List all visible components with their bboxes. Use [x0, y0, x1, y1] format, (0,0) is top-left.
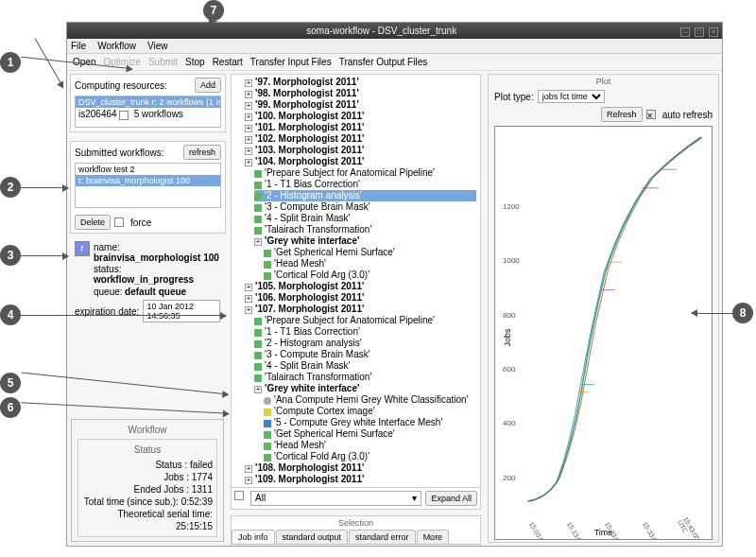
resource-checkbox[interactable]: [119, 111, 129, 120]
tab-more[interactable]: More: [417, 530, 450, 544]
tool-transfer-input[interactable]: Transfer Input Files: [250, 56, 332, 68]
tree-node[interactable]: '2 - Histogram analysis': [254, 190, 476, 201]
tree-node[interactable]: '2 - Histogram analysis': [254, 338, 476, 349]
menu-workflow[interactable]: Workflow: [97, 39, 136, 53]
tree-node[interactable]: +'100. Morphologist 2011': [245, 111, 476, 122]
plot-header: Plot: [489, 75, 718, 88]
tree-node[interactable]: 'Head Mesh': [264, 258, 476, 270]
annotation-5: 5: [0, 373, 21, 393]
tree-node[interactable]: +'Grey white interface': [254, 235, 476, 247]
toolbar: Open Optimize Submit Stop Restart Transf…: [67, 54, 722, 71]
status-val: failed: [190, 460, 213, 470]
tool-transfer-output[interactable]: Transfer Output Files: [339, 56, 428, 68]
tab-job-info[interactable]: Job info: [232, 530, 275, 544]
titlebar: soma-workflow - DSV_cluster_trunk – □ ×: [67, 23, 722, 39]
tree-node[interactable]: 'Ana Compute Hemi Grey White Classificat…: [264, 394, 476, 406]
plot-ylabel: Jobs: [503, 328, 512, 346]
expand-all-button[interactable]: Expand All: [425, 491, 477, 506]
total-time-val: 0:52:39: [181, 496, 213, 507]
tree-node[interactable]: +'98. Morphologist 2011': [245, 88, 476, 99]
tree-node[interactable]: 'Cortical Fold Arg (3.0)': [264, 451, 476, 462]
ended-jobs-val: 1311: [192, 484, 213, 495]
window-title: soma-workflow - DSV_cluster_trunk: [84, 26, 679, 36]
annotation-1: 1: [0, 52, 21, 73]
tree-node[interactable]: +'Grey white interface': [254, 383, 476, 394]
tree-node[interactable]: 'Cortical Fold Arg (3.0)': [264, 270, 476, 281]
tree-node[interactable]: 'Prepare Subject for Anatomical Pipeline…: [254, 315, 476, 326]
menu-file[interactable]: File: [71, 39, 86, 53]
refresh-workflows-button[interactable]: refresh: [183, 145, 221, 160]
selection-header: Selection: [232, 516, 480, 530]
annotation-7: 7: [203, 0, 224, 21]
force-checkbox[interactable]: [114, 218, 124, 227]
resource-selected[interactable]: DSV_cluster_trunk r: 2 workflows (1 is r…: [76, 96, 220, 108]
workflow-row[interactable]: workflow test 2: [76, 164, 220, 175]
minimize-icon[interactable]: –: [680, 27, 690, 37]
filter-checkbox[interactable]: [234, 491, 244, 500]
menu-view[interactable]: View: [147, 39, 168, 53]
wf-status: workflow_in_progress: [94, 274, 194, 285]
submitted-workflows-label: Submitted workflows:: [75, 148, 180, 158]
annotation-3: 3: [0, 245, 21, 266]
plot-type-label: Plot type:: [494, 92, 534, 102]
tree-node[interactable]: 'Head Mesh': [264, 440, 476, 451]
tree-node[interactable]: +'103. Morphologist 2011': [245, 145, 476, 156]
tree-node[interactable]: '4 - Split Brain Mask': [254, 213, 476, 224]
delete-button[interactable]: Delete: [75, 215, 111, 230]
workflow-selected[interactable]: r: brainvisa_morphologist 100: [76, 175, 220, 186]
serial-time-val: 25:15:15: [176, 521, 213, 531]
tree-node[interactable]: '4 - Split Brain Mask': [254, 360, 476, 372]
computing-resources-label: Computing resources:: [75, 80, 191, 91]
tool-submit: Submit: [148, 56, 178, 68]
plot-xlabel: Time: [495, 528, 712, 537]
auto-refresh-checkbox[interactable]: ×: [646, 110, 656, 119]
tree-node[interactable]: '3 - Compute Brain Mask': [254, 349, 476, 360]
tree-node[interactable]: '5 - Compute Grey white Interface Mesh': [264, 417, 476, 428]
tab-stderr[interactable]: standard error: [349, 530, 416, 544]
plot-canvas: Jobs Time 200 400 600 800 1000 1200 15:0…: [494, 126, 713, 540]
jobs-val: 1774: [192, 472, 213, 482]
tree-node[interactable]: +'101. Morphologist 2011': [245, 122, 476, 133]
filter-dropdown[interactable]: All▾: [250, 491, 421, 506]
tree-node[interactable]: 'Get Spherical Hemi Surface': [264, 428, 476, 440]
tree-node[interactable]: 'Get Spherical Hemi Surface': [264, 247, 476, 258]
tree-node[interactable]: '1 - T1 Bias Correction': [254, 179, 476, 190]
tree-node[interactable]: +'106. Morphologist 2011': [245, 292, 476, 304]
annotation-2: 2: [0, 177, 21, 198]
auto-refresh-label: auto refresh: [662, 110, 713, 120]
tool-restart[interactable]: Restart: [213, 56, 243, 68]
exp-date-input[interactable]: 10 Jan 2012 14:56:35: [143, 300, 220, 322]
annotation-6: 6: [0, 397, 21, 418]
chevron-down-icon: ▾: [412, 493, 417, 504]
tree-node[interactable]: +'105. Morphologist 2011': [245, 281, 476, 292]
workflow-status-icon: r: [75, 241, 90, 256]
tree-node[interactable]: +'107. Morphologist 2011': [245, 304, 476, 315]
resource-row[interactable]: is206464 5 workflows: [76, 108, 220, 121]
tree-node[interactable]: +'97. Morphologist 2011': [245, 77, 476, 88]
tree-node[interactable]: '3 - Compute Brain Mask': [254, 201, 476, 213]
tree-node[interactable]: +'108. Morphologist 2011': [245, 462, 476, 474]
tree-node[interactable]: 'Prepare Subject for Anatomical Pipeline…: [254, 167, 476, 179]
tree-node[interactable]: +'102. Morphologist 2011': [245, 133, 476, 145]
annotation-8: 8: [732, 303, 753, 323]
tree-node[interactable]: 'Talairach Transformation': [254, 224, 476, 235]
maximize-icon[interactable]: □: [695, 27, 704, 37]
tree-node[interactable]: 'Talairach Transformation': [254, 372, 476, 383]
tool-stop[interactable]: Stop: [185, 56, 205, 68]
force-label: force: [130, 218, 151, 228]
tree-node[interactable]: 'Compute Cortex image': [264, 406, 476, 417]
status-subheader: Status: [82, 444, 213, 456]
close-icon[interactable]: ×: [709, 27, 718, 37]
plot-refresh-button[interactable]: Refresh: [601, 107, 643, 122]
tree-node[interactable]: +'109. Morphologist 2011': [245, 474, 476, 485]
wf-name: brainvisa_morphologist 100: [94, 252, 219, 263]
menubar: File Workflow View: [67, 39, 722, 54]
tree-node[interactable]: +'99. Morphologist 2011': [245, 99, 476, 111]
tab-stdout[interactable]: standard output: [276, 530, 349, 544]
job-tree[interactable]: +'97. Morphologist 2011'+'98. Morphologi…: [232, 75, 480, 487]
plot-type-select[interactable]: jobs fct time: [538, 90, 605, 103]
tree-node[interactable]: +'104. Morphologist 2011': [245, 156, 476, 167]
tree-node[interactable]: '1 - T1 Bias Correction': [254, 326, 476, 338]
add-resource-button[interactable]: Add: [195, 78, 221, 93]
workflow-panel-header: Workflow: [77, 424, 217, 436]
